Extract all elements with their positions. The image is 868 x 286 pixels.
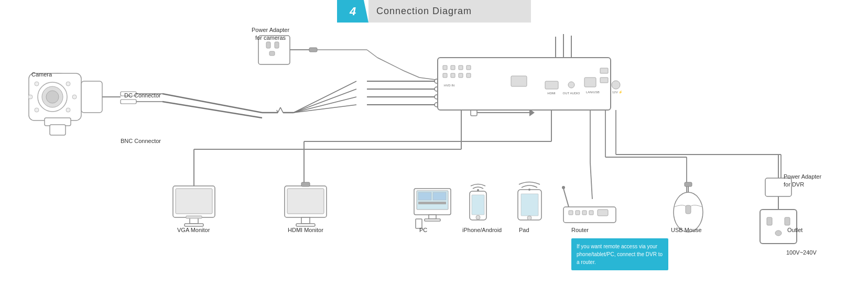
svg-rect-72 [511, 76, 527, 86]
svg-rect-99 [301, 182, 310, 186]
pad-icon [518, 182, 541, 221]
svg-rect-22 [269, 51, 275, 56]
svg-rect-96 [287, 189, 324, 214]
svg-rect-113 [521, 194, 538, 216]
svg-rect-132 [767, 217, 772, 225]
svg-point-134 [775, 230, 782, 236]
power-adapter-dvr-label: Power Adapterfor DVR [784, 173, 821, 189]
svg-rect-109 [472, 195, 484, 215]
svg-rect-66 [584, 78, 596, 87]
power-adapter-cameras-label: Power Adapterfor cameras [252, 26, 289, 42]
svg-rect-117 [569, 211, 573, 215]
svg-rect-104 [418, 202, 446, 204]
svg-point-6 [35, 82, 39, 86]
svg-line-26 [367, 50, 377, 58]
svg-rect-118 [576, 211, 580, 215]
iphone-android-label: iPhone/Android [462, 226, 502, 234]
dc-connector-label: DC Connector [124, 92, 161, 100]
svg-text:12V ⚡: 12V ⚡ [612, 90, 623, 94]
pc-label: PC [419, 226, 427, 234]
svg-rect-54 [451, 65, 455, 70]
svg-rect-13 [50, 125, 66, 135]
svg-rect-58 [451, 73, 455, 78]
svg-point-70 [612, 81, 620, 89]
svg-rect-106 [425, 219, 440, 221]
svg-line-29 [419, 78, 435, 80]
svg-rect-53 [443, 65, 447, 70]
camera-label: Camera [31, 71, 52, 79]
svg-text:HVD IN: HVD IN [444, 84, 454, 87]
svg-rect-102 [418, 192, 431, 200]
voltage-label: 100V~240V [786, 249, 817, 257]
svg-rect-20 [266, 42, 270, 48]
pad-label: Pad [519, 226, 529, 234]
svg-rect-127 [685, 182, 692, 186]
svg-line-86 [590, 162, 592, 199]
vga-monitor-icon [173, 186, 215, 226]
svg-rect-68 [600, 68, 608, 73]
svg-rect-69 [600, 78, 608, 83]
svg-point-10 [28, 95, 32, 99]
svg-point-111 [477, 189, 479, 191]
svg-rect-55 [459, 65, 463, 70]
svg-point-110 [476, 215, 480, 219]
svg-point-114 [527, 216, 531, 220]
bnc-connector-label: BNC Connector [121, 137, 161, 145]
vga-monitor-label: VGA Monitor [177, 226, 210, 234]
svg-line-45 [294, 81, 356, 113]
svg-rect-119 [582, 211, 587, 215]
svg-rect-57 [443, 73, 447, 78]
svg-text:LAN/USB: LAN/USB [586, 91, 600, 94]
svg-text:OUT AUDIO: OUT AUDIO [563, 92, 580, 95]
svg-line-27 [377, 58, 404, 71]
svg-point-5 [46, 91, 59, 103]
svg-rect-97 [301, 217, 310, 224]
info-box: If you want remote access via your phone… [571, 238, 668, 270]
hdmi-monitor-icon [285, 182, 327, 226]
camera-icon [28, 73, 121, 135]
svg-rect-120 [589, 211, 593, 215]
svg-point-115 [528, 189, 530, 191]
svg-rect-16 [121, 100, 136, 104]
svg-rect-2 [81, 81, 102, 113]
router-label: Router [571, 226, 589, 234]
svg-rect-60 [466, 73, 471, 78]
pc-icon [414, 189, 451, 228]
router-icon [562, 186, 616, 223]
svg-line-122 [563, 189, 569, 207]
svg-point-7 [66, 82, 70, 86]
svg-text:HDMI: HDMI [547, 92, 556, 95]
dvr-unit: HVD IN HDMI OUT AUDIO LAN/USB 12V ⚡ [438, 34, 623, 110]
usb-mouse-label: USB Mouse [671, 226, 702, 234]
outlet-label: Outlet [787, 226, 802, 234]
svg-rect-105 [429, 215, 436, 219]
svg-rect-133 [785, 217, 790, 225]
svg-point-64 [568, 82, 574, 88]
svg-line-28 [404, 71, 419, 78]
svg-rect-24 [309, 48, 317, 52]
usb-mouse-icon [674, 182, 703, 232]
svg-rect-91 [176, 189, 212, 214]
svg-point-123 [562, 186, 565, 189]
hdmi-monitor-label: HDMI Monitor [288, 226, 323, 234]
iphone-android-icon [470, 184, 486, 221]
svg-rect-56 [466, 65, 471, 70]
svg-rect-94 [186, 216, 202, 218]
svg-rect-125 [686, 205, 691, 214]
svg-rect-121 [598, 210, 608, 216]
svg-line-47 [294, 97, 356, 113]
svg-rect-59 [459, 73, 463, 78]
svg-point-11 [72, 95, 77, 99]
svg-point-8 [35, 108, 39, 112]
svg-point-9 [66, 108, 70, 112]
svg-rect-103 [433, 192, 446, 200]
svg-line-34 [278, 107, 280, 113]
svg-rect-62 [545, 81, 558, 89]
svg-rect-21 [275, 42, 279, 48]
svg-line-35 [280, 107, 283, 113]
